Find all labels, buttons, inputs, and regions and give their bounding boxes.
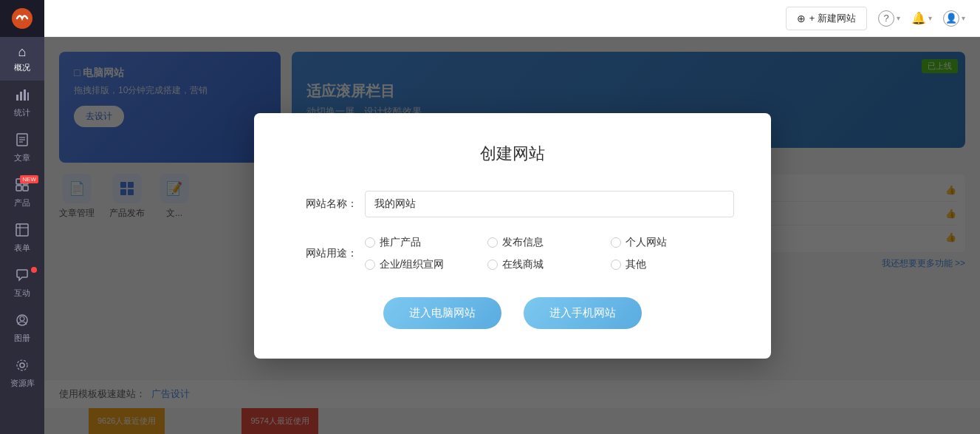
table-icon xyxy=(16,223,29,240)
radio-circle xyxy=(611,237,621,248)
modal-actions: 进入电脑网站 进入手机网站 xyxy=(291,297,734,329)
sidebar-item-table[interactable]: 表单 xyxy=(0,216,44,261)
dot-badge xyxy=(31,267,37,273)
sidebar-item-resource[interactable]: 资源库 xyxy=(0,351,44,396)
user-chevron: ▾ xyxy=(962,14,965,22)
radio-circle xyxy=(365,237,375,248)
bell-button[interactable]: 🔔 ▾ xyxy=(911,11,932,25)
user-icon: 👤 xyxy=(943,10,959,27)
radio-circle xyxy=(487,237,498,248)
purpose-label: 网站用途： xyxy=(291,247,357,260)
svg-rect-1 xyxy=(16,95,18,101)
svg-rect-11 xyxy=(16,186,21,191)
svg-rect-12 xyxy=(23,186,28,191)
svg-point-18 xyxy=(20,363,24,367)
radio-label: 推广产品 xyxy=(380,236,421,249)
bell-chevron: ▾ xyxy=(928,14,932,22)
radio-label: 个人网站 xyxy=(626,236,667,249)
radio-promote[interactable]: 推广产品 xyxy=(365,236,488,249)
topbar: ⊕ + 新建网站 ? ▾ 🔔 ▾ 👤 ▾ xyxy=(44,0,980,37)
album-icon xyxy=(16,313,29,330)
user-button[interactable]: 👤 ▾ xyxy=(943,10,965,27)
help-icon: ? xyxy=(878,10,894,27)
resource-icon xyxy=(16,359,29,376)
radio-other[interactable]: 其他 xyxy=(611,258,734,271)
radio-label: 其他 xyxy=(626,258,646,271)
create-site-modal: 创建网站 网站名称： 网站用途： 推广产品 发布信息 xyxy=(254,113,771,359)
svg-rect-2 xyxy=(20,92,22,101)
sidebar-item-stats[interactable]: 统计 xyxy=(0,81,44,126)
site-name-input[interactable] xyxy=(365,191,734,217)
svg-rect-3 xyxy=(24,89,26,101)
topbar-actions: ⊕ + 新建网站 ? ▾ 🔔 ▾ 👤 ▾ xyxy=(786,7,965,30)
new-site-button[interactable]: ⊕ + 新建网站 xyxy=(786,7,867,30)
radio-publish[interactable]: 发布信息 xyxy=(487,236,611,249)
svg-point-17 xyxy=(20,316,24,321)
svg-rect-4 xyxy=(27,92,29,101)
sidebar-logo[interactable] xyxy=(0,0,44,37)
help-chevron: ▾ xyxy=(897,14,900,22)
home-icon: ⌂ xyxy=(18,44,27,60)
main-content: □ 电脑网站 拖拽排版，10分钟完成搭建，营销 去设计 📄 文章管理 xyxy=(44,37,980,434)
radio-label: 企业/组织宣网 xyxy=(380,258,445,271)
radio-company[interactable]: 企业/组织宣网 xyxy=(365,258,488,271)
sidebar-item-article[interactable]: 文章 xyxy=(0,126,44,171)
enter-mobile-button[interactable]: 进入手机网站 xyxy=(524,297,642,329)
radio-circle xyxy=(487,260,498,270)
plus-icon: ⊕ xyxy=(797,13,806,24)
radio-circle xyxy=(365,260,375,270)
sidebar-item-album[interactable]: 图册 xyxy=(0,306,44,351)
radio-personal[interactable]: 个人网站 xyxy=(611,236,734,249)
stats-icon xyxy=(16,88,29,105)
sidebar-item-interact[interactable]: 互动 xyxy=(0,261,44,306)
radio-label: 在线商城 xyxy=(502,258,544,271)
purpose-row: 网站用途： 推广产品 发布信息 个人网站 xyxy=(291,236,734,271)
sidebar-item-product[interactable]: NEW 产品 xyxy=(0,171,44,216)
purpose-radio-group: 推广产品 发布信息 个人网站 企业/组织宣网 xyxy=(365,236,734,271)
radio-circle xyxy=(611,260,621,270)
name-row: 网站名称： xyxy=(291,191,734,217)
svg-point-19 xyxy=(17,360,27,370)
modal-overlay[interactable]: 创建网站 网站名称： 网站用途： 推广产品 发布信息 xyxy=(44,37,980,434)
sidebar-item-overview[interactable]: ⌂ 概况 xyxy=(0,37,44,81)
article-icon xyxy=(16,133,29,150)
help-button[interactable]: ? ▾ xyxy=(878,10,900,27)
new-badge: NEW xyxy=(20,175,38,183)
enter-desktop-button[interactable]: 进入电脑网站 xyxy=(383,297,501,329)
radio-label: 发布信息 xyxy=(502,236,544,249)
sidebar: ⌂ 概况 统计 文章 NEW xyxy=(0,0,44,434)
name-label: 网站名称： xyxy=(291,197,357,211)
modal-title: 创建网站 xyxy=(291,143,734,165)
bell-icon: 🔔 xyxy=(911,11,926,25)
svg-rect-13 xyxy=(16,224,28,236)
radio-shop[interactable]: 在线商城 xyxy=(487,258,611,271)
interact-icon xyxy=(16,268,29,285)
